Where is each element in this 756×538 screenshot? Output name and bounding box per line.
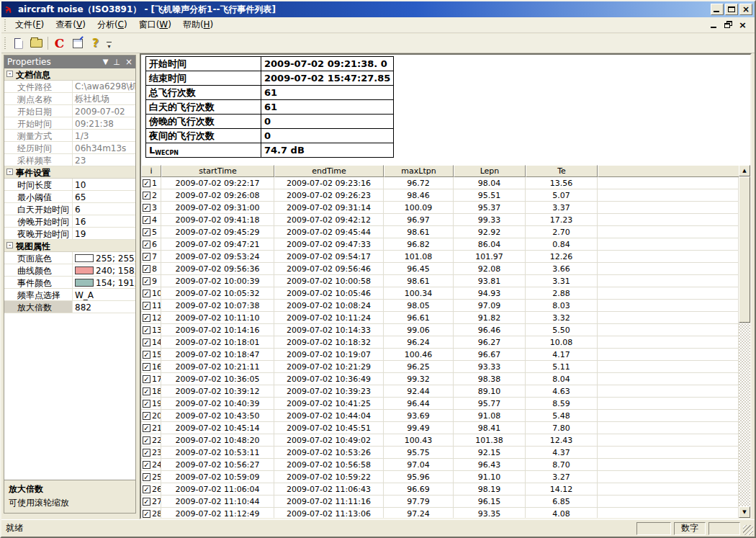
color-swatch[interactable] — [75, 279, 94, 287]
mdi-close-icon[interactable]: × — [739, 21, 747, 29]
table-row[interactable]: ✓42009-07-02 09:41:182009-07-02 09:42:12… — [141, 214, 739, 226]
property-value[interactable]: 240; 158; 15 — [73, 264, 135, 276]
row-checkbox[interactable]: ✓ — [143, 339, 150, 346]
scrollbar-thumb[interactable] — [739, 176, 750, 323]
property-value[interactable]: 6 — [73, 203, 135, 215]
row-checkbox[interactable]: ✓ — [143, 375, 150, 383]
toolbar-grip[interactable] — [4, 37, 7, 49]
property-value[interactable]: 10 — [73, 179, 135, 190]
row-checkbox[interactable]: ✓ — [143, 204, 150, 212]
row-checkbox[interactable]: ✓ — [143, 400, 150, 408]
mdi-restore-icon[interactable] — [724, 21, 733, 29]
mdi-minimize-icon[interactable] — [710, 21, 719, 29]
table-row[interactable]: ✓82009-07-02 09:56:362009-07-02 09:56:46… — [141, 263, 739, 275]
row-checkbox[interactable]: ✓ — [143, 192, 150, 199]
resize-grip[interactable] — [743, 525, 753, 535]
table-row[interactable]: ✓202009-07-02 10:43:502009-07-02 10:44:0… — [141, 410, 739, 422]
table-row[interactable]: ✓12009-07-02 09:22:172009-07-02 09:23:16… — [141, 177, 739, 189]
table-row[interactable]: ✓132009-07-02 10:14:162009-07-02 10:14:3… — [141, 324, 739, 336]
table-row[interactable]: ✓112009-07-02 10:07:382009-07-02 10:08:2… — [141, 300, 739, 312]
collapse-icon[interactable]: - — [6, 169, 13, 175]
column-header-startTime[interactable]: startTime — [161, 165, 274, 177]
chevron-down-icon[interactable]: ▼ — [103, 58, 109, 66]
row-checkbox[interactable]: ✓ — [143, 412, 150, 420]
table-row[interactable]: ✓222009-07-02 10:48:202009-07-02 10:49:0… — [141, 434, 739, 447]
column-header-endTime[interactable]: endTime — [274, 165, 384, 177]
column-header-maxLtpn[interactable]: maxLtpn — [384, 165, 454, 177]
menu-item-F[interactable]: 文件(F) — [9, 17, 50, 33]
row-checkbox[interactable]: ✓ — [143, 241, 150, 248]
table-row[interactable]: ✓252009-07-02 10:59:092009-07-02 10:59:2… — [141, 471, 739, 483]
pin-icon[interactable]: ⊥ — [113, 58, 120, 66]
table-row[interactable]: ✓152009-07-02 10:18:472009-07-02 10:19:0… — [141, 349, 739, 361]
row-checkbox[interactable]: ✓ — [143, 363, 150, 371]
menubar-grip[interactable] — [4, 19, 7, 31]
table-row[interactable]: ✓122009-07-02 10:11:102009-07-02 10:11:2… — [141, 312, 739, 324]
property-value[interactable]: 255; 255; 25 — [73, 252, 135, 264]
row-checkbox[interactable]: ✓ — [143, 228, 150, 236]
property-category[interactable]: -文档信息 — [4, 68, 135, 81]
row-checkbox[interactable]: ✓ — [143, 265, 150, 273]
property-category[interactable]: -事件设置 — [4, 166, 135, 179]
table-row[interactable]: ✓212009-07-02 10:45:142009-07-02 10:45:5… — [141, 422, 739, 434]
row-checkbox[interactable]: ✓ — [143, 449, 150, 457]
minimize-button[interactable] — [711, 4, 724, 15]
row-checkbox[interactable]: ✓ — [143, 314, 150, 322]
toolbar-overflow-button[interactable]: ▾ — [104, 35, 114, 51]
table-row[interactable]: ✓192009-07-02 10:40:392009-07-02 10:41:2… — [141, 398, 739, 410]
table-row[interactable]: ✓272009-07-02 11:10:442009-07-02 11:11:1… — [141, 496, 739, 508]
properties-button[interactable] — [68, 35, 86, 52]
new-document-button[interactable] — [9, 35, 27, 52]
property-value[interactable]: 19 — [73, 228, 135, 239]
collapse-icon[interactable]: - — [6, 242, 13, 248]
color-swatch[interactable] — [75, 266, 94, 274]
property-value[interactable]: 882 — [73, 301, 135, 313]
row-checkbox[interactable]: ✓ — [143, 179, 150, 187]
color-swatch[interactable] — [75, 254, 94, 262]
table-row[interactable]: ✓262009-07-02 11:06:042009-07-02 11:06:4… — [141, 483, 739, 496]
row-checkbox[interactable]: ✓ — [143, 473, 150, 481]
table-row[interactable]: ✓102009-07-02 10:05:322009-07-02 10:05:4… — [141, 287, 739, 300]
table-row[interactable]: ✓22009-07-02 09:26:082009-07-02 09:26:23… — [141, 189, 739, 202]
maximize-button[interactable] — [725, 4, 738, 15]
property-value[interactable]: 16 — [73, 215, 135, 227]
table-row[interactable]: ✓172009-07-02 10:36:052009-07-02 10:36:4… — [141, 373, 739, 385]
row-checkbox[interactable]: ✓ — [143, 387, 150, 395]
menu-item-C[interactable]: 分析(C) — [91, 17, 133, 33]
scroll-up-icon[interactable]: ▲ — [739, 165, 750, 176]
property-value[interactable]: 154; 191; 18 — [73, 277, 135, 288]
table-row[interactable]: ✓182009-07-02 10:39:122009-07-02 10:39:2… — [141, 385, 739, 398]
menu-item-W[interactable]: 窗口(W) — [133, 17, 177, 33]
open-file-button[interactable] — [27, 35, 45, 52]
table-row[interactable]: ✓52009-07-02 09:45:292009-07-02 09:45:44… — [141, 226, 739, 238]
table-row[interactable]: ✓62009-07-02 09:47:212009-07-02 09:47:33… — [141, 238, 739, 251]
column-header-i[interactable]: i — [141, 165, 161, 177]
panel-close-icon[interactable]: × — [125, 58, 132, 66]
row-checkbox[interactable]: ✓ — [143, 461, 150, 469]
row-checkbox[interactable]: ✓ — [143, 277, 150, 285]
table-row[interactable]: ✓72009-07-02 09:53:242009-07-02 09:54:17… — [141, 251, 739, 263]
table-row[interactable]: ✓162009-07-02 10:21:112009-07-02 10:21:2… — [141, 361, 739, 373]
row-checkbox[interactable]: ✓ — [143, 485, 150, 493]
row-checkbox[interactable]: ✓ — [143, 510, 150, 518]
row-checkbox[interactable]: ✓ — [143, 216, 150, 224]
scroll-down-icon[interactable]: ▼ — [739, 506, 750, 518]
table-row[interactable]: ✓242009-07-02 10:56:272009-07-02 10:56:5… — [141, 459, 739, 471]
column-header-Te[interactable]: Te — [526, 165, 598, 177]
row-checkbox[interactable]: ✓ — [143, 351, 150, 359]
table-row[interactable]: ✓142009-07-02 10:18:012009-07-02 10:18:3… — [141, 336, 739, 349]
menu-item-H[interactable]: 帮助(H) — [177, 17, 219, 33]
table-row[interactable]: ✓282009-07-02 11:12:492009-07-02 11:13:0… — [141, 508, 739, 518]
table-row[interactable]: ✓32009-07-02 09:31:002009-07-02 09:31:14… — [141, 202, 739, 214]
property-value[interactable]: 65 — [73, 191, 135, 202]
help-button[interactable]: ? — [86, 35, 104, 52]
calibrate-button[interactable]: C — [50, 35, 68, 52]
property-value[interactable]: W_A — [73, 289, 135, 300]
row-checkbox[interactable]: ✓ — [143, 436, 150, 444]
collapse-icon[interactable]: - — [6, 71, 13, 77]
table-row[interactable]: ✓232009-07-02 10:53:112009-07-02 10:53:2… — [141, 447, 739, 459]
row-checkbox[interactable]: ✓ — [143, 290, 150, 297]
row-checkbox[interactable]: ✓ — [143, 498, 150, 506]
column-header-Lepn[interactable]: Lepn — [454, 165, 526, 177]
row-checkbox[interactable]: ✓ — [143, 253, 150, 261]
